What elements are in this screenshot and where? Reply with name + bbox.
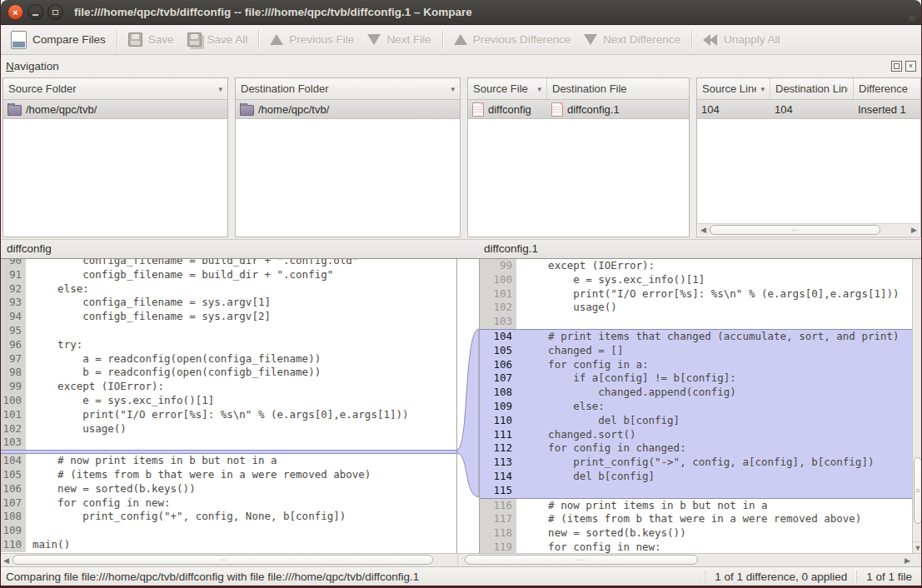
code-line: 91 configb_filename = build_dir + ".conf… <box>1 268 456 282</box>
diff-highlight-line[interactable]: 107 if a[config] != b[config]: <box>480 371 912 386</box>
code-text: # now print items in b but not in a <box>26 454 456 468</box>
code-text: try: <box>26 338 456 352</box>
diff-highlight-line[interactable]: 104 # print items that changed (accumula… <box>480 329 912 344</box>
nav-row-destination-folder[interactable]: /home/qpc/tvb/ <box>236 100 460 119</box>
code-text: new = sorted(b.keys()) <box>26 482 456 496</box>
code-text <box>26 524 456 538</box>
diff-highlight-line[interactable]: 105 changed = [] <box>480 344 912 358</box>
line-number: 99 <box>1 380 26 394</box>
vertical-scrollbar-thumb[interactable]: ≡ <box>914 457 921 524</box>
difference-connector[interactable] <box>457 259 479 553</box>
dock-close-icon[interactable]: × <box>905 61 916 72</box>
code-line: 90 configa_filename = build_dir + ".conf… <box>1 259 456 268</box>
nav-row-lines[interactable]: 104104Inserted 1 <box>697 100 920 119</box>
nav-cell-text: Inserted 1 <box>858 103 906 116</box>
diff-highlight-line[interactable]: 108 changed.append(config) <box>480 386 912 400</box>
column-label: Destination File <box>552 82 627 95</box>
save-all-button[interactable]: Save All <box>181 27 255 52</box>
titlebar[interactable]: × file:///home/qpc/tvb/diffconfig -- fil… <box>1 0 921 25</box>
unapply-all-button[interactable]: Unapply All <box>696 27 787 52</box>
column-header-source-line[interactable]: Source Line▾ <box>697 78 770 99</box>
toolbar-overflow-button[interactable]: » <box>909 10 915 24</box>
diff-highlight-line[interactable]: 114 del b[config] <box>480 470 912 484</box>
save-button[interactable]: Save <box>122 27 181 52</box>
scroll-left-arrow-icon[interactable]: ◀ <box>698 224 709 236</box>
column-header-source-folder[interactable]: Source Folder▾ <box>3 78 227 99</box>
sort-arrow-icon: ▾ <box>446 85 455 93</box>
code-line: 104 # now print items in b but not in a <box>1 454 456 468</box>
diff-highlight-line[interactable]: 115 <box>480 484 912 499</box>
down-triangle-icon <box>367 34 381 45</box>
destination-pane[interactable]: 99 except (IOError):100 e = sys.exc_info… <box>479 259 912 553</box>
line-number: 95 <box>1 324 26 338</box>
code-text <box>516 484 912 498</box>
diff-highlight-line[interactable]: 106 for config in a: <box>480 358 912 372</box>
column-label: Destination Folder <box>241 82 329 95</box>
line-number: 107 <box>480 371 516 386</box>
source-pane[interactable]: 90 configa_filename = build_dir + ".conf… <box>1 259 457 553</box>
nav-row-files[interactable]: diffconfigdiffconfig.1 <box>468 100 689 119</box>
column-header-destination-folder[interactable]: Destination Folder▾ <box>236 78 460 99</box>
compare-files-button[interactable]: Compare Files <box>4 27 112 52</box>
diff-highlight-line[interactable]: 113 print_config("->", config, a[config]… <box>480 456 912 470</box>
nav-row-source-folder[interactable]: /home/qpc/tvb/ <box>3 100 227 119</box>
code-text: e = sys.exc_info()[1] <box>516 273 912 287</box>
float-icon[interactable] <box>891 61 902 72</box>
destination-hscrollbar-thumb[interactable]: ⋯ <box>465 555 698 565</box>
scroll-left-arrow-icon[interactable]: ◀ <box>1 554 12 566</box>
column-header-destination-line[interactable]: Destination Line <box>770 78 854 99</box>
column-header-destination-file[interactable]: Destination File <box>547 78 689 99</box>
code-text: print("I/O error[%s]: %s\n" % (e.args[0]… <box>26 408 456 422</box>
scroll-right-arrow-icon[interactable]: ▶ <box>909 224 920 236</box>
maximize-button[interactable] <box>47 4 63 20</box>
folder-icon <box>240 105 254 116</box>
diff-highlight-line[interactable]: 112 for config in changed: <box>480 441 912 456</box>
line-number: 119 <box>480 541 516 553</box>
source-horizontal-scrollbar[interactable]: ◀ ⋯ <box>1 554 457 566</box>
vertical-scrollbar[interactable]: ≡ ▼ <box>912 259 921 553</box>
source-pane-title: diffconfig <box>7 242 52 255</box>
kompare-window: × file:///home/qpc/tvb/diffconfig -- fil… <box>0 0 922 588</box>
code-text: usage() <box>516 301 912 315</box>
destination-horizontal-scrollbar[interactable]: ⋯ ▶ <box>457 554 913 566</box>
diff-highlight-line[interactable]: 110 del b[config] <box>480 414 912 428</box>
line-number: 102 <box>480 301 516 315</box>
code-text <box>26 324 456 338</box>
code-text: else: <box>26 282 456 296</box>
column-header-source-file[interactable]: Source File▾ <box>468 78 547 99</box>
column-header-difference[interactable]: Difference <box>854 78 920 99</box>
next-file-button[interactable]: Next File <box>361 27 437 52</box>
nav-cell: 104 <box>697 103 770 116</box>
code-text: new = sorted(b.keys()) <box>516 526 912 541</box>
nav-hscrollbar-thumb[interactable]: ⋯ <box>710 225 880 235</box>
toolbar-label: Previous File <box>289 33 354 46</box>
save-icon <box>128 32 142 47</box>
nav-horizontal-scrollbar[interactable]: ◀⋯▶ <box>698 223 920 236</box>
code-line: 109 <box>1 524 456 538</box>
source-hscrollbar-thumb[interactable]: ⋯ <box>12 555 433 565</box>
diff-highlight-line[interactable]: 111 changed.sort() <box>480 428 912 442</box>
scroll-down-arrow-icon[interactable]: ▼ <box>913 541 921 553</box>
previous-file-button[interactable]: Previous File <box>263 27 361 52</box>
line-number: 114 <box>480 470 516 484</box>
line-number: 102 <box>1 422 26 436</box>
next-difference-button[interactable]: Next Difference <box>577 27 687 52</box>
nav-cell: diffconfig <box>468 102 547 117</box>
line-number: 98 <box>1 366 26 380</box>
minimize-button[interactable] <box>27 4 43 20</box>
nav-panel-files: Source File▾Destination Filediffconfigdi… <box>467 77 690 237</box>
previous-difference-button[interactable]: Previous Difference <box>447 27 578 52</box>
line-number: 105 <box>480 344 516 358</box>
code-line: 101 print("I/O error[%s]: %s\n" % (e.arg… <box>1 408 456 422</box>
line-number: 100 <box>480 273 516 287</box>
code-line: 102 usage() <box>480 301 912 315</box>
line-number: 90 <box>1 259 26 268</box>
code-text: e = sys.exc_info()[1] <box>26 394 456 408</box>
close-button[interactable]: × <box>7 4 23 20</box>
scroll-right-arrow-icon[interactable]: ▶ <box>902 554 913 566</box>
code-text: # now print items in b but not in a <box>516 499 912 513</box>
code-line: 96 try: <box>1 338 456 352</box>
diff-highlight-line[interactable]: 109 else: <box>480 400 912 414</box>
line-number: 91 <box>1 268 26 282</box>
code-line: 100 e = sys.exc_info()[1] <box>1 394 456 408</box>
